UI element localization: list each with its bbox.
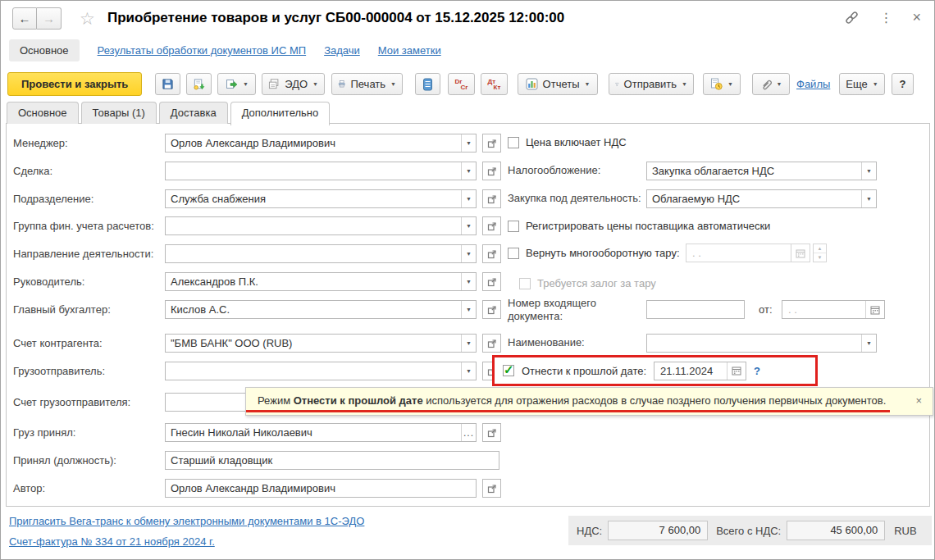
name-select[interactable]: ▼: [646, 334, 877, 353]
check-icon: ✓: [504, 362, 514, 377]
field-label: Подразделение:: [13, 193, 165, 205]
print-button[interactable]: Печать ▼: [331, 73, 403, 95]
close-icon[interactable]: ×: [912, 9, 921, 26]
checkbox-register-supplier-prices[interactable]: Регистрировать цены поставщика автоматич…: [508, 220, 770, 232]
past-date-input[interactable]: 21.11.2024: [654, 362, 746, 380]
post-document-button[interactable]: [186, 73, 212, 95]
dropdown-arrow-icon[interactable]: ▼: [861, 190, 876, 207]
back-button[interactable]: ←: [12, 7, 37, 30]
open-item-button[interactable]: [482, 272, 501, 291]
register-records-button[interactable]: [415, 73, 440, 95]
dropdown-caret-icon: ▼: [585, 81, 591, 87]
reference-input[interactable]: ▼: [165, 162, 477, 180]
reference-input[interactable]: ▼: [165, 216, 477, 235]
checkbox-box[interactable]: [508, 221, 519, 232]
nav-link-0[interactable]: Результаты обработки документов ИС МП: [98, 44, 307, 57]
field-row: Менеджер:Орлов Александр Владимирович▼: [13, 134, 501, 153]
checkbox-allocate-past-date[interactable]: ✓: [503, 365, 514, 376]
edo-button[interactable]: ЭДО ▼: [262, 73, 325, 95]
open-item-button[interactable]: [482, 334, 501, 353]
dropdown-arrow-icon[interactable]: ▼: [461, 245, 476, 262]
calendar-icon[interactable]: [791, 244, 810, 262]
open-item-button[interactable]: [482, 189, 501, 208]
drcr-button[interactable]: DrCr: [448, 73, 475, 95]
form-tab-0[interactable]: Основное: [7, 102, 79, 124]
reference-input[interactable]: "БМВ БАНК" ООО (RUB)▼: [165, 334, 477, 353]
invoice-link[interactable]: Счет-фактура № 334 от 21 ноября 2024 г.: [9, 535, 364, 548]
dropdown-arrow-icon[interactable]: ▼: [861, 335, 876, 352]
form-tab-2[interactable]: Доставка: [159, 102, 228, 124]
help-button[interactable]: ?: [892, 73, 914, 95]
text-input[interactable]: Старший кладовщик: [165, 451, 499, 470]
taxation-select[interactable]: Закупка облагается НДС ▼: [646, 162, 877, 180]
spin-down-icon[interactable]: ▼: [814, 253, 826, 262]
purchase-activity-select[interactable]: Облагаемую НДС ▼: [646, 189, 877, 208]
open-item-button[interactable]: [482, 479, 501, 498]
dropdown-arrow-icon[interactable]: ▼: [461, 217, 476, 234]
field-help-link[interactable]: ?: [754, 365, 760, 377]
dropdown-arrow-icon[interactable]: ▼: [461, 335, 476, 352]
calendar-icon[interactable]: [865, 301, 884, 318]
create-based-on-button[interactable]: ▼: [217, 73, 256, 95]
dtkt-button[interactable]: ДтКт: [481, 73, 508, 95]
reference-input[interactable]: Орлов Александр Владимирович▼: [165, 134, 477, 153]
dropdown-arrow-icon[interactable]: ▼: [461, 301, 476, 318]
more-menu-icon[interactable]: ⋮: [879, 10, 892, 25]
dropdown-caret-icon: ▼: [873, 81, 878, 87]
save-button[interactable]: [155, 73, 180, 95]
incoming-number-input[interactable]: [646, 300, 745, 319]
calendar-icon[interactable]: [727, 362, 746, 380]
field-value: [647, 301, 744, 318]
post-and-close-label: Провести и закрыть: [21, 78, 128, 90]
create-based-on-icon: [225, 78, 238, 91]
post-and-close-button[interactable]: Провести и закрыть: [7, 72, 142, 96]
checkbox-return-tare[interactable]: Вернуть многооборотную тару:: [508, 247, 680, 259]
choose-button[interactable]: ...: [461, 424, 476, 441]
name-label: Наименование:: [508, 336, 585, 349]
reference-input[interactable]: Служба снабжения▼: [165, 189, 477, 208]
reference-input[interactable]: Гнесин Николай Николаевич...: [165, 423, 477, 442]
form-tab-3[interactable]: Дополнительно: [230, 102, 331, 125]
open-item-button[interactable]: [482, 244, 501, 263]
reference-input[interactable]: Александров П.К.▼: [165, 272, 477, 291]
date-spinner[interactable]: ▲ ▼: [813, 244, 827, 262]
dropdown-arrow-icon[interactable]: ▼: [461, 190, 476, 207]
checkbox-box[interactable]: [508, 248, 519, 259]
checkbox-box[interactable]: [508, 137, 519, 148]
reference-input[interactable]: ▼: [165, 362, 477, 380]
spin-up-icon[interactable]: ▲: [814, 244, 826, 253]
dropdown-arrow-icon[interactable]: ▼: [861, 162, 876, 180]
get-link-icon[interactable]: [844, 10, 860, 25]
favorite-star-icon[interactable]: ☆: [80, 9, 95, 29]
reference-input[interactable]: ▼: [165, 244, 477, 263]
open-item-button[interactable]: [482, 300, 501, 319]
edo-invite-link[interactable]: Пригласить Вега-транс к обмену электронн…: [9, 515, 364, 527]
nav-item-main[interactable]: Основное: [9, 39, 80, 61]
tare-return-date-input[interactable]: . .: [686, 244, 810, 262]
more-button[interactable]: Еще ▼: [839, 73, 885, 95]
dropdown-arrow-icon[interactable]: ▼: [461, 162, 476, 180]
reference-input[interactable]: Кислов А.С.▼: [165, 300, 477, 319]
open-item-button[interactable]: [482, 216, 501, 235]
dropdown-arrow-icon[interactable]: ▼: [461, 362, 476, 380]
open-item-button[interactable]: [482, 134, 501, 153]
nav-link-1[interactable]: Задачи: [324, 44, 360, 57]
dropdown-caret-icon: ▼: [727, 81, 733, 87]
send-button[interactable]: Отправить ▼: [609, 73, 694, 95]
incoming-date-input[interactable]: . .: [782, 300, 885, 319]
attachments-button[interactable]: ▼: [752, 73, 790, 95]
checkbox-price-includes-vat[interactable]: Цена включает НДС: [508, 136, 627, 148]
open-item-button[interactable]: [482, 423, 501, 442]
dropdown-arrow-icon[interactable]: ▼: [461, 273, 476, 290]
forward-button[interactable]: →: [37, 7, 62, 30]
tooltip-close-icon[interactable]: ×: [915, 394, 922, 407]
form-tab-1[interactable]: Товары (1): [81, 102, 157, 124]
text-input[interactable]: Орлов Александр Владимирович: [165, 479, 477, 498]
dropdown-arrow-icon[interactable]: ▼: [461, 134, 476, 152]
reports-button[interactable]: Отчеты ▼: [518, 73, 598, 95]
send-label: Отправить: [624, 78, 677, 90]
open-item-button[interactable]: [482, 162, 501, 180]
files-link[interactable]: Файлы: [796, 78, 830, 90]
nav-link-2[interactable]: Мои заметки: [378, 44, 441, 57]
scheduled-tasks-button[interactable]: ▼: [703, 73, 741, 95]
